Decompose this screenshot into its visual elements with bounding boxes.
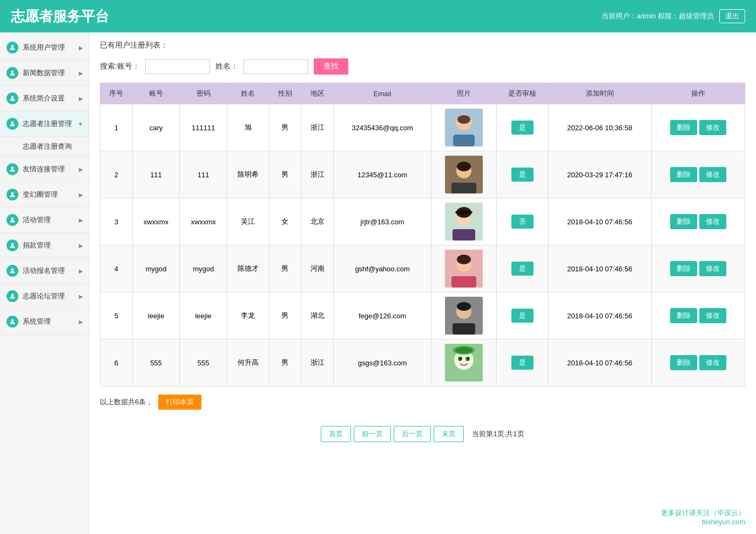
main-content: 已有用户注册列表： 搜索:账号： 姓名： 查找 序号账号密码姓名性别地区Emai… — [89, 32, 756, 534]
delete-button[interactable]: 删除 — [670, 355, 697, 370]
status-badge: 是 — [511, 121, 534, 135]
cell-actions: 删除修改 — [651, 339, 745, 386]
cell-password: leejie — [180, 292, 227, 339]
table-header: 照片 — [431, 83, 497, 104]
delete-button[interactable]: 删除 — [670, 261, 697, 276]
cell-name: 吴江 — [227, 198, 269, 245]
sidebar-item-sys-manage[interactable]: 系统管理▶ — [0, 309, 89, 335]
prev-page-button[interactable]: 前一页 — [354, 426, 391, 442]
sidebar-sub-item-volunteer-reg-query[interactable]: 志愿者注册查询 — [0, 137, 89, 157]
table-header: 性别 — [269, 83, 301, 104]
search-name-label: 姓名： — [215, 62, 238, 71]
sidebar-item-donation[interactable]: 捐款管理▶ — [0, 233, 89, 258]
edit-button[interactable]: 修改 — [699, 355, 726, 370]
cell-photo — [431, 151, 497, 198]
edit-button[interactable]: 修改 — [699, 308, 726, 323]
cell-add-time: 2018-04-10 07:46:56 — [548, 198, 651, 245]
svg-point-37 — [460, 357, 462, 359]
cell-account: 111 — [132, 151, 180, 198]
sidebar-arrow-friendship: ▶ — [79, 166, 83, 172]
first-page-button[interactable]: 首页 — [321, 426, 351, 442]
svg-point-4 — [11, 167, 14, 170]
edit-button[interactable]: 修改 — [699, 120, 726, 135]
svg-point-38 — [467, 357, 469, 359]
sidebar-label-friendship: 友情连接管理 — [23, 164, 79, 174]
sidebar-icon-system-intro — [6, 92, 18, 104]
svg-point-3 — [11, 122, 14, 124]
cell-approved: 是 — [496, 151, 548, 198]
user-avatar — [445, 297, 483, 335]
cell-approved: 是 — [496, 245, 548, 292]
cell-approved: 否 — [496, 198, 548, 245]
cell-email: 32435436@qq.com — [333, 104, 431, 151]
table-header: 添加时间 — [548, 83, 651, 104]
search-name-input[interactable] — [244, 59, 308, 74]
cell-name: 李龙 — [227, 292, 269, 339]
sidebar-arrow-volunteer-reg: ▼ — [78, 121, 83, 127]
sidebar-item-activity[interactable]: 活动管理▶ — [0, 208, 89, 233]
cell-photo — [431, 104, 497, 151]
user-avatar — [445, 344, 483, 382]
table-row: 5leejieleejie李龙男湖北fege@126.com 是2018-04-… — [100, 292, 745, 339]
svg-rect-18 — [451, 183, 476, 193]
sidebar-item-forum[interactable]: 志愿论坛管理▶ — [0, 284, 89, 309]
status-badge: 是 — [511, 168, 534, 182]
sidebar-label-system-intro: 系统简介设置 — [23, 94, 79, 103]
sidebar-icon-activity-reg — [6, 265, 18, 277]
cell-gender: 男 — [269, 245, 301, 292]
sidebar-label-volunteer-reg: 志愿者注册管理 — [23, 119, 78, 129]
sidebar-label-system-user: 系统用户管理 — [23, 43, 79, 52]
table-header-row: 序号账号密码姓名性别地区Email照片是否审核添加时间操作 — [100, 83, 745, 104]
edit-button[interactable]: 修改 — [699, 167, 726, 182]
sidebar-item-system-user[interactable]: 系统用户管理▶ — [0, 35, 89, 61]
watermark: 更多设计请关注（毕设云） bisheyun.com — [661, 508, 745, 526]
sidebar-arrow-donation: ▶ — [79, 243, 83, 249]
table-header: 序号 — [100, 83, 133, 104]
sidebar-icon-donation — [6, 239, 18, 251]
search-account-input[interactable] — [145, 59, 210, 74]
svg-rect-22 — [453, 229, 475, 241]
next-page-button[interactable]: 后一页 — [394, 426, 431, 442]
sidebar-label-sys-manage: 系统管理 — [23, 317, 79, 326]
table-footer: 以上数据共6条， 打印本页 — [100, 395, 745, 410]
sidebar-item-volunteer-reg[interactable]: 志愿者注册管理▼ — [0, 111, 89, 137]
sidebar-item-system-intro[interactable]: 系统简介设置▶ — [0, 86, 89, 111]
edit-button[interactable]: 修改 — [699, 261, 726, 276]
sidebar-item-friendship[interactable]: 友情连接管理▶ — [0, 157, 89, 182]
cell-actions: 删除修改 — [651, 104, 745, 151]
sidebar-arrow-magic-circle: ▶ — [79, 192, 83, 198]
table-header: 操作 — [651, 83, 745, 104]
cell-region: 浙江 — [301, 339, 334, 386]
sidebar-label-donation: 捐款管理 — [23, 241, 79, 250]
page-info: 当前第1页,共1页 — [472, 429, 524, 439]
sidebar-item-activity-reg[interactable]: 活动报名管理▶ — [0, 258, 89, 284]
cell-add-time: 2018-04-10 07:46:56 — [548, 292, 651, 339]
table-row: 6555555何升高男浙江gsgs@163.com 是2018-04-10 07… — [100, 339, 745, 386]
watermark-line2: bisheyun.com — [661, 518, 745, 526]
cell-account: xwxxmx — [132, 198, 180, 245]
user-avatar — [445, 156, 483, 193]
delete-button[interactable]: 删除 — [670, 308, 697, 323]
sidebar-item-magic-circle[interactable]: 变幻圈管理▶ — [0, 182, 89, 208]
cell-seq: 2 — [100, 151, 133, 198]
sidebar-label-forum: 志愿论坛管理 — [23, 291, 79, 301]
search-button[interactable]: 查找 — [314, 58, 348, 75]
svg-point-40 — [456, 347, 472, 353]
sidebar-item-news-data[interactable]: 新闻数据管理▶ — [0, 61, 89, 86]
cell-photo — [431, 245, 497, 292]
cell-email: fege@126.com — [333, 292, 431, 339]
last-page-button[interactable]: 末页 — [434, 426, 464, 442]
svg-point-9 — [11, 294, 14, 297]
table-header: 地区 — [301, 83, 334, 104]
cell-gender: 男 — [269, 104, 301, 151]
logout-button[interactable]: 退出 — [719, 9, 745, 23]
table-row: 1cary111111旭男浙江32435436@qq.com 是2022-06-… — [100, 104, 745, 151]
sidebar-label-news-data: 新闻数据管理 — [23, 68, 79, 78]
edit-button[interactable]: 修改 — [699, 214, 726, 229]
cell-actions: 删除修改 — [651, 292, 745, 339]
sidebar-icon-news-data — [6, 67, 18, 79]
delete-button[interactable]: 删除 — [670, 167, 697, 182]
print-button[interactable]: 打印本页 — [158, 395, 201, 410]
delete-button[interactable]: 删除 — [670, 120, 697, 135]
delete-button[interactable]: 删除 — [670, 214, 697, 229]
